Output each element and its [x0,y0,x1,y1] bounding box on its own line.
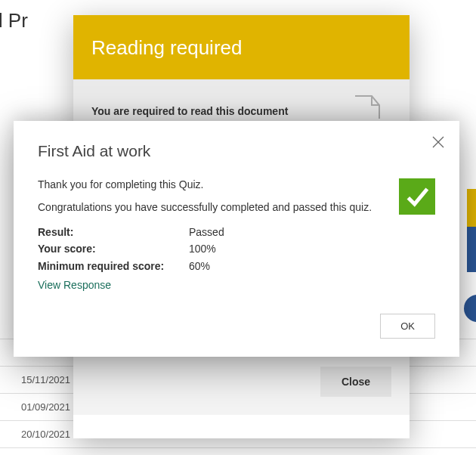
close-icon[interactable] [432,136,444,148]
score-label: Your score: [38,240,189,257]
close-button[interactable]: Close [320,367,391,397]
result-value: Passed [189,224,224,240]
result-row: Minimum required score: 60% [38,258,384,274]
dialog-title: Reading required [73,15,410,79]
result-row: Your score: 100% [38,240,384,257]
score-value: 100% [189,240,216,257]
result-row: Result: Passed [38,224,384,240]
quiz-result-dialog: First Aid at work Thank you for completi… [14,121,459,357]
min-score-label: Minimum required score: [38,258,189,274]
dialog-subtitle: You are required to read this document [91,105,288,117]
chart-fragment [467,189,476,227]
success-checkmark-icon [399,178,435,215]
view-response-link[interactable]: View Response [38,279,384,291]
min-score-value: 60% [189,258,210,274]
list-item: 01/11/2021 [0,447,476,455]
ok-button[interactable]: OK [380,314,435,339]
thankyou-text: Thank you for completing this Quiz. [38,178,384,190]
result-label: Result: [38,224,189,240]
chart-fragment [467,227,476,272]
results-block: Result: Passed Your score: 100% Minimum … [38,224,384,274]
congrats-text: Congratulations you have successfully co… [38,201,384,213]
quiz-title: First Aid at work [38,142,435,160]
